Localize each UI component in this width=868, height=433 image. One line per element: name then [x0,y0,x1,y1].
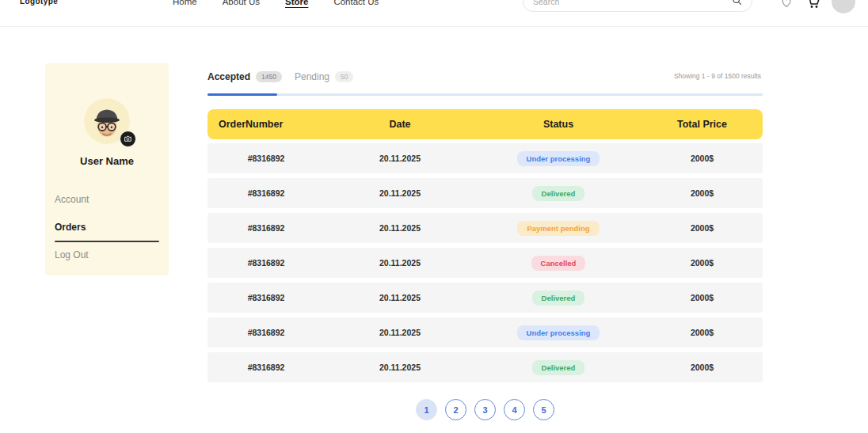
column-header-ordernumber: OrderNumber [207,119,325,130]
nav-link-store[interactable]: Store [285,0,308,6]
tab-track [207,93,763,96]
table-row[interactable]: #8316892 20.11.2025 Delivered 2000$ [207,352,763,382]
tab-accepted[interactable]: Accepted1450 [207,71,282,82]
price-cell: 2000$ [641,223,763,233]
status-cell: Cancelled [475,256,641,271]
nav-link-contact-us[interactable]: Contact Us [333,0,379,6]
search-icon [732,0,742,9]
date-cell: 20.11.2025 [325,154,475,163]
column-header-date: Date [325,119,475,130]
price-cell: 2000$ [641,258,763,268]
results-count-text: Showing 1 - 9 of 1500 results [674,72,761,80]
table-row[interactable]: #8316892 20.11.2025 Cancelled 2000$ [207,248,763,278]
sidebar-item-account[interactable]: Account [55,194,159,205]
orders-panel: Accepted1450Pending50Showing 1 - 9 of 15… [207,67,763,420]
status-badge: Delivered [532,186,585,201]
order-number-cell: #8316892 [207,258,325,268]
nav-link-home[interactable]: Home [173,0,197,6]
page-button-3[interactable]: 3 [474,399,496,420]
active-tab-indicator [207,93,277,96]
order-number-cell: #8316892 [207,363,325,372]
date-cell: 20.11.2025 [325,328,475,337]
orders-table-body: #8316892 20.11.2025 Under processing 200… [207,143,763,382]
nav-link-about-us[interactable]: About Us [223,0,260,6]
table-row[interactable]: #8316892 20.11.2025 Under processing 200… [207,317,763,348]
status-cell: Under processing [475,325,641,340]
status-badge: Delivered [532,291,585,306]
date-cell: 20.11.2025 [325,188,475,198]
date-cell: 20.11.2025 [325,223,475,233]
orders-tabs: Accepted1450Pending50Showing 1 - 9 of 15… [207,67,763,86]
tab-label: Accepted [207,71,250,82]
status-badge: Cancelled [531,256,586,271]
table-row[interactable]: #8316892 20.11.2025 Payment pending 2000… [207,213,763,243]
search-input[interactable] [533,0,732,6]
order-number-cell: #8316892 [207,188,325,198]
edit-avatar-camera-button[interactable] [120,131,136,147]
status-badge: Payment pending [517,221,599,236]
account-sidebar: User Name AccountOrdersLog Out [45,63,169,275]
table-row[interactable]: #8316892 20.11.2025 Delivered 2000$ [207,178,763,208]
order-number-cell: #8316892 [207,154,325,163]
status-cell: Payment pending [475,221,641,236]
table-row[interactable]: #8316892 20.11.2025 Under processing 200… [207,143,763,173]
price-cell: 2000$ [641,188,763,198]
price-cell: 2000$ [641,154,763,163]
page-button-1[interactable]: 1 [416,399,437,420]
date-cell: 20.11.2025 [325,258,475,268]
sidebar-item-orders[interactable]: Orders [55,222,159,242]
order-number-cell: #8316892 [207,328,325,337]
order-number-cell: #8316892 [207,293,325,302]
status-cell: Under processing [475,151,641,166]
sidebar-menu: AccountOrdersLog Out [53,194,161,260]
top-navigation-bar: Logotype HomeAbout UsStoreContact Us [0,0,868,27]
tab-pending[interactable]: Pending50 [295,71,354,82]
tab-count-badge: 1450 [256,71,282,82]
page-button-2[interactable]: 2 [445,399,466,420]
page-button-5[interactable]: 5 [533,399,554,420]
search-bar [523,0,752,12]
sidebar-item-log-out[interactable]: Log Out [55,249,159,260]
column-header-total-price: Total Price [641,119,763,130]
table-row[interactable]: #8316892 20.11.2025 Delivered 2000$ [207,283,763,313]
status-cell: Delivered [475,291,641,306]
cart-icon[interactable] [805,0,822,11]
status-badge: Delivered [532,360,585,375]
order-number-cell: #8316892 [207,223,325,233]
nav-user-avatar[interactable] [832,0,855,13]
status-badge: Under processing [517,151,600,166]
price-cell: 2000$ [641,328,763,337]
orders-table-header: OrderNumberDateStatusTotal Price [207,109,763,139]
user-name: User Name [53,155,161,167]
status-cell: Delivered [475,360,641,375]
page-button-4[interactable]: 4 [504,399,525,420]
column-header-status: Status [475,119,641,130]
tab-count-badge: 50 [335,71,353,82]
date-cell: 20.11.2025 [325,363,475,372]
pagination: 12345 [207,399,763,420]
price-cell: 2000$ [641,363,763,372]
nav-links: HomeAbout UsStoreContact Us [173,0,379,16]
wishlist-heart-icon[interactable] [778,0,795,11]
tab-label: Pending [295,71,329,82]
date-cell: 20.11.2025 [325,293,475,302]
brand-logo[interactable]: Logotype [20,0,58,6]
status-badge: Under processing [517,325,600,340]
price-cell: 2000$ [641,293,763,302]
status-cell: Delivered [475,186,641,201]
